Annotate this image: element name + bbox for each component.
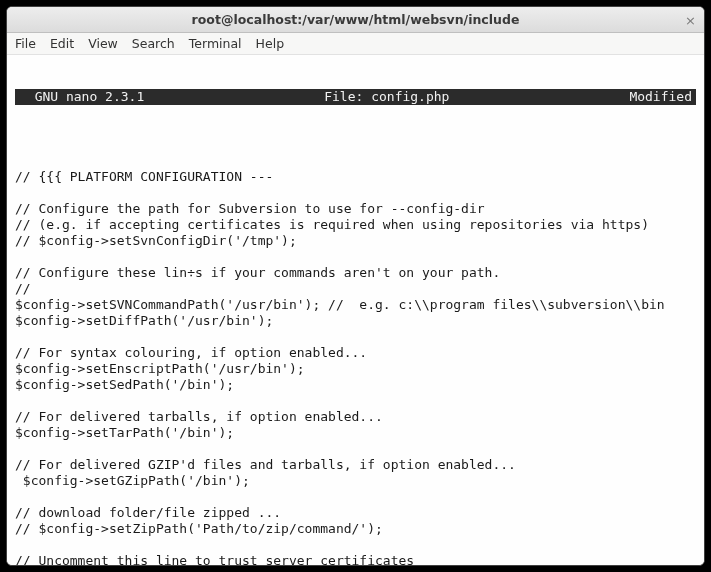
close-icon[interactable]: × <box>685 13 696 28</box>
nano-version: GNU nano 2.3.1 <box>15 89 144 105</box>
menu-view[interactable]: View <box>88 36 118 51</box>
nano-statusbar: GNU nano 2.3.1 File: config.php Modified <box>15 89 696 105</box>
menu-edit[interactable]: Edit <box>50 36 74 51</box>
menubar: File Edit View Search Terminal Help <box>7 33 704 55</box>
window-title: root@localhost:/var/www/html/websvn/incl… <box>192 12 520 27</box>
nano-modified: Modified <box>629 89 696 105</box>
editor-content[interactable]: // {{{ PLATFORM CONFIGURATION --- // Con… <box>15 153 696 565</box>
menu-search[interactable]: Search <box>132 36 175 51</box>
menu-file[interactable]: File <box>15 36 36 51</box>
menu-terminal[interactable]: Terminal <box>189 36 242 51</box>
terminal-window: root@localhost:/var/www/html/websvn/incl… <box>6 6 705 566</box>
terminal-body[interactable]: GNU nano 2.3.1 File: config.php Modified… <box>7 55 704 565</box>
titlebar: root@localhost:/var/www/html/websvn/incl… <box>7 7 704 33</box>
menu-help[interactable]: Help <box>256 36 285 51</box>
nano-file-label: File: config.php <box>144 89 629 105</box>
